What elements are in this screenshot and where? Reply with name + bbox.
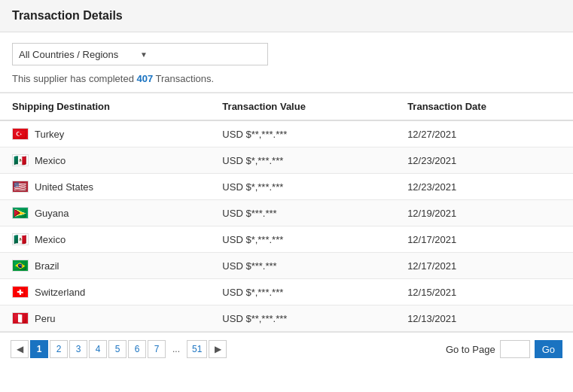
page-button-3[interactable]: 3	[69, 340, 87, 358]
country-name: Peru	[35, 313, 55, 324]
chevron-down-icon: ▼	[140, 50, 261, 59]
page-button-6[interactable]: 6	[128, 340, 146, 358]
cell-date: 12/23/2021	[395, 174, 573, 200]
cell-date: 12/27/2021	[395, 120, 573, 147]
table-row: SwitzerlandUSD $*,***.***12/15/2021	[0, 279, 573, 305]
country-flag-icon	[12, 154, 29, 166]
page-button-7[interactable]: 7	[148, 340, 166, 358]
cell-value: USD $***.***	[210, 200, 395, 226]
col-header-date: Transaction Date	[395, 93, 573, 121]
cell-date: 12/19/2021	[395, 200, 573, 226]
pagination-right: Go to Page Go	[446, 340, 562, 358]
country-filter-dropdown[interactable]: All Countries / Regions ▼	[12, 43, 268, 65]
filter-label: All Countries / Regions	[19, 49, 140, 60]
country-name: Switzerland	[35, 287, 85, 298]
cell-destination: Brazil	[0, 253, 210, 279]
page-button-1[interactable]: 1	[30, 340, 48, 358]
cell-destination: Guyana	[0, 200, 210, 226]
table-row: MexicoUSD $*,***.***12/17/2021	[0, 226, 573, 253]
table-row: BrazilUSD $***.***12/17/2021	[0, 253, 573, 279]
country-name: Turkey	[35, 129, 64, 140]
table-header-row: Shipping Destination Transaction Value T…	[0, 93, 573, 121]
cell-value: USD $*,***.***	[210, 174, 395, 200]
page-button-5[interactable]: 5	[108, 340, 126, 358]
prev-page-button[interactable]: ◀	[11, 340, 29, 358]
table-row: PeruUSD $**,***.***12/13/2021	[0, 305, 573, 332]
page-wrapper: Transaction Details All Countries / Regi…	[0, 0, 573, 366]
country-flag-icon	[12, 260, 29, 272]
cell-destination: Turkey	[0, 120, 210, 147]
pagination-bar: ◀ 1 2 3 4 5 6 7 ... 51 ▶ Go to Page Go	[0, 332, 573, 366]
goto-label: Go to Page	[446, 344, 495, 355]
goto-page-input[interactable]	[500, 340, 530, 358]
page-button-2[interactable]: 2	[50, 340, 68, 358]
cell-value: USD $**,***.***	[210, 120, 395, 147]
transactions-table: Shipping Destination Transaction Value T…	[0, 93, 573, 332]
country-flag-icon	[12, 207, 29, 219]
cell-date: 12/17/2021	[395, 226, 573, 253]
cell-destination: Mexico	[0, 147, 210, 174]
col-header-destination: Shipping Destination	[0, 93, 210, 121]
country-name: Mexico	[35, 155, 66, 166]
cell-date: 12/17/2021	[395, 253, 573, 279]
cell-date: 12/23/2021	[395, 147, 573, 174]
summary-prefix: This supplier has completed	[12, 73, 136, 84]
goto-button[interactable]: Go	[535, 340, 562, 358]
country-name: Mexico	[35, 234, 66, 245]
country-flag-icon	[12, 312, 29, 324]
pagination-dots: ...	[167, 340, 185, 358]
country-name: United States	[35, 181, 93, 193]
country-name: Guyana	[35, 208, 69, 219]
cell-date: 12/13/2021	[395, 305, 573, 332]
cell-date: 12/15/2021	[395, 279, 573, 305]
country-flag-icon	[12, 128, 29, 140]
col-header-value: Transaction Value	[210, 93, 395, 121]
cell-value: USD $*,***.***	[210, 226, 395, 253]
filter-section: All Countries / Regions ▼ This supplier …	[0, 32, 573, 93]
cell-destination: Switzerland	[0, 279, 210, 305]
table-row: MexicoUSD $*,***.***12/23/2021	[0, 147, 573, 174]
country-flag-icon	[12, 181, 29, 193]
cell-value: USD $***.***	[210, 253, 395, 279]
country-name: Brazil	[35, 260, 59, 272]
cell-value: USD $*,***.***	[210, 279, 395, 305]
cell-destination: Mexico	[0, 226, 210, 253]
cell-value: USD $*,***.***	[210, 147, 395, 174]
country-flag-icon	[12, 233, 29, 245]
transaction-count: 407	[136, 73, 153, 84]
country-flag-icon	[12, 286, 29, 298]
pagination-left: ◀ 1 2 3 4 5 6 7 ... 51 ▶	[11, 340, 227, 358]
transaction-summary: This supplier has completed 407 Transact…	[12, 73, 561, 84]
table-row: United StatesUSD $*,***.***12/23/2021	[0, 174, 573, 200]
next-page-button[interactable]: ▶	[209, 340, 227, 358]
table-row: TurkeyUSD $**,***.***12/27/2021	[0, 120, 573, 147]
table-row: GuyanaUSD $***.***12/19/2021	[0, 200, 573, 226]
cell-value: USD $**,***.***	[210, 305, 395, 332]
page-button-51[interactable]: 51	[187, 340, 207, 358]
page-header: Transaction Details	[0, 0, 573, 32]
summary-suffix: Transactions.	[153, 73, 214, 84]
cell-destination: Peru	[0, 305, 210, 332]
page-button-4[interactable]: 4	[89, 340, 107, 358]
page-title: Transaction Details	[12, 9, 561, 23]
cell-destination: United States	[0, 174, 210, 200]
